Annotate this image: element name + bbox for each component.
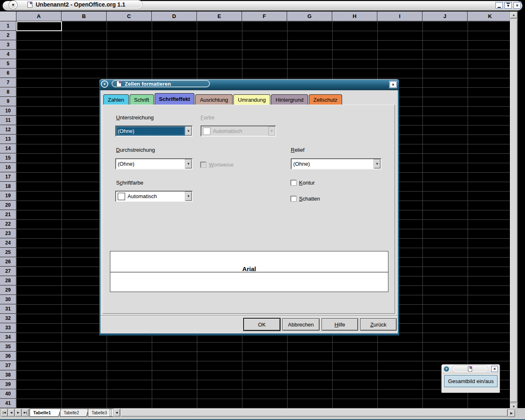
underline-dropdown-arrow[interactable]: ▼	[185, 126, 192, 136]
row-header-32[interactable]: 32	[0, 314, 16, 323]
row-header-6[interactable]: 6	[0, 68, 16, 78]
column-header-k[interactable]: K	[468, 11, 510, 21]
row-header-38[interactable]: 38	[0, 370, 16, 380]
tab-zellschutz[interactable]: Zellschutz	[309, 94, 342, 105]
row-header-37[interactable]: 37	[0, 361, 16, 370]
row-header-40[interactable]: 40	[0, 389, 16, 399]
row-header-2[interactable]: 2	[0, 31, 16, 40]
dialog-close-button[interactable]: ×	[390, 81, 397, 88]
shade-button[interactable]: ▼	[504, 2, 512, 9]
help-button[interactable]: Hilfe	[322, 318, 358, 331]
window-menu-button[interactable]: ▼	[9, 1, 17, 9]
row-header-30[interactable]: 30	[0, 295, 16, 304]
underline-select[interactable]: (Ohne) ▼	[115, 126, 193, 137]
row-header-33[interactable]: 33	[0, 323, 16, 333]
row-header-5[interactable]: 5	[0, 59, 16, 68]
row-header-12[interactable]: 12	[0, 125, 16, 135]
tab-umrandung[interactable]: Umrandung	[233, 94, 270, 105]
scroll-up-button[interactable]: ▲	[510, 11, 518, 18]
row-header-25[interactable]: 25	[0, 248, 16, 257]
row-header-18[interactable]: 18	[0, 182, 16, 191]
scroll-left-button[interactable]: ◀	[113, 409, 120, 417]
relief-dropdown-arrow[interactable]: ▼	[374, 159, 381, 169]
row-header-31[interactable]: 31	[0, 304, 16, 314]
back-button[interactable]: Zurück	[360, 318, 397, 331]
row-header-1[interactable]: 1	[0, 21, 16, 31]
cancel-button[interactable]: Abbrechen	[282, 318, 320, 331]
row-header-4[interactable]: 4	[0, 50, 16, 59]
row-header-3[interactable]: 3	[0, 40, 16, 50]
horizontal-splitter[interactable]	[110, 409, 112, 416]
row-header-16[interactable]: 16	[0, 163, 16, 172]
column-header-b[interactable]: B	[62, 11, 107, 21]
relief-select[interactable]: (Ohne) ▼	[291, 158, 381, 169]
row-header-21[interactable]: 21	[0, 210, 16, 219]
row-header-9[interactable]: 9	[0, 97, 16, 106]
font-color-select[interactable]: Automatisch ▼	[115, 191, 193, 202]
row-header-17[interactable]: 17	[0, 172, 16, 182]
sheet-tab-tabelle1[interactable]: Tabelle1	[30, 409, 57, 417]
row-header-20[interactable]: 20	[0, 201, 16, 210]
tab-hintergrund[interactable]: Hintergrund	[271, 94, 308, 105]
column-header-i[interactable]: I	[377, 11, 422, 21]
row-header-11[interactable]: 11	[0, 116, 16, 125]
column-header-a[interactable]: A	[16, 11, 62, 21]
row-header-23[interactable]: 23	[0, 229, 16, 238]
minimize-button[interactable]	[495, 2, 503, 9]
selected-cell-a1[interactable]	[16, 21, 62, 31]
row-header-8[interactable]: 8	[0, 87, 16, 97]
row-header-24[interactable]: 24	[0, 238, 16, 248]
row-header-19[interactable]: 19	[0, 191, 16, 201]
tab-zahlen[interactable]: Zahlen	[103, 94, 129, 105]
float-close-button[interactable]: ×	[491, 366, 498, 372]
row-header-34[interactable]: 34	[0, 333, 16, 342]
column-header-j[interactable]: J	[422, 11, 468, 21]
font-color-dropdown-arrow[interactable]: ▼	[185, 192, 192, 201]
row-header-26[interactable]: 26	[0, 257, 16, 267]
row-header-29[interactable]: 29	[0, 285, 16, 295]
row-header-28[interactable]: 28	[0, 276, 16, 285]
column-header-e[interactable]: E	[197, 11, 242, 21]
sheet-prev-button[interactable]: ◀	[8, 409, 15, 417]
select-all-corner[interactable]	[0, 11, 16, 21]
row-header-27[interactable]: 27	[0, 267, 16, 276]
row-header-15[interactable]: 15	[0, 153, 16, 163]
row-header-22[interactable]: 22	[0, 219, 16, 229]
column-header-c[interactable]: C	[107, 11, 152, 21]
float-menu-button[interactable]: ▼	[443, 365, 450, 372]
dialog-menu-button[interactable]: ▼	[101, 80, 108, 88]
row-header-39[interactable]: 39	[0, 380, 16, 389]
scroll-right-button[interactable]: ▶	[508, 409, 515, 417]
column-header-h[interactable]: H	[332, 11, 377, 21]
row-header-10[interactable]: 10	[0, 106, 16, 116]
sheet-last-button[interactable]: ▶	[22, 409, 29, 417]
row-header-7[interactable]: 7	[0, 78, 16, 87]
tab-schrift[interactable]: Schrift	[130, 94, 154, 105]
vertical-scroll-thumb[interactable]	[510, 19, 518, 402]
ok-button[interactable]: OK	[244, 318, 280, 331]
sheet-next-button[interactable]: ▶	[15, 409, 22, 417]
column-header-d[interactable]: D	[152, 11, 197, 21]
column-header-f[interactable]: F	[242, 11, 287, 21]
row-header-36[interactable]: 36	[0, 352, 16, 361]
tab-schrifteffekt[interactable]: Schrifteffekt	[155, 93, 195, 105]
sheet-first-button[interactable]: ◀	[1, 409, 8, 417]
strikethrough-select[interactable]: (Ohne) ▼	[115, 158, 193, 169]
strikethrough-dropdown-arrow[interactable]: ▼	[185, 159, 192, 169]
row-header-13[interactable]: 13	[0, 135, 16, 144]
row-header-41[interactable]: 41	[0, 399, 16, 408]
gesamtbild-toggle-button[interactable]: Gesamtbild ein/aus	[444, 375, 498, 387]
sheet-tab-tabelle2[interactable]: Tabelle2	[60, 409, 84, 417]
sheet-tab-tabelle3[interactable]: Tabelle3	[88, 409, 112, 417]
outline-checkbox[interactable]: Kontur	[291, 180, 315, 186]
vertical-scrollbar[interactable]: ▲ ▼	[510, 11, 518, 410]
outline-checkbox-box[interactable]	[291, 180, 296, 185]
row-header-14[interactable]: 14	[0, 144, 16, 153]
shadow-checkbox[interactable]: Schatten	[291, 196, 320, 202]
column-header-g[interactable]: G	[287, 11, 332, 21]
row-header-35[interactable]: 35	[0, 342, 16, 352]
close-button[interactable]: ×	[514, 2, 521, 9]
tab-ausrichtung[interactable]: Ausrichtung	[195, 94, 233, 105]
horizontal-scroll-thumb[interactable]	[121, 409, 508, 417]
shadow-checkbox-box[interactable]	[291, 196, 296, 201]
